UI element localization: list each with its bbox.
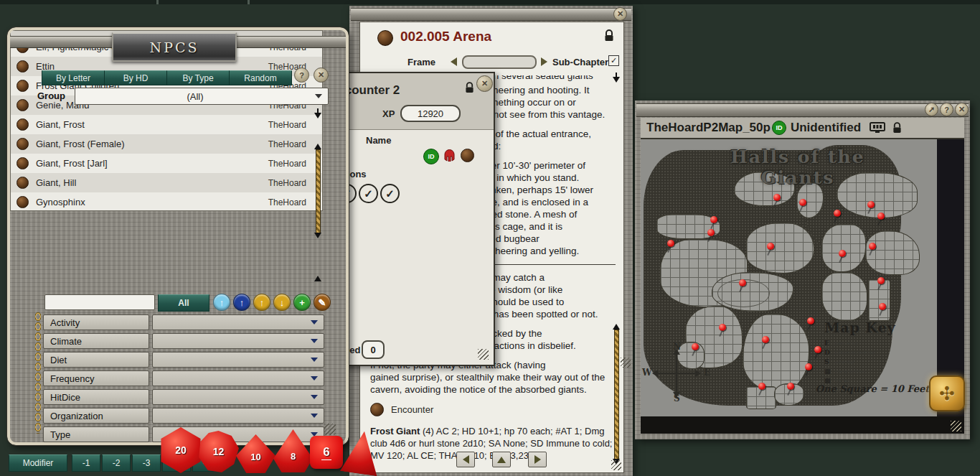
map-pin[interactable]: [814, 346, 821, 353]
map-pin[interactable]: [799, 199, 806, 206]
tab-by-type[interactable]: By Type: [166, 70, 230, 85]
help-icon[interactable]: ?: [294, 67, 309, 83]
story-token-icon[interactable]: [377, 30, 393, 46]
nav-next-button[interactable]: [528, 452, 547, 467]
map-pin[interactable]: [773, 194, 781, 201]
resize-grip[interactable]: [611, 460, 621, 470]
modifier-minus3-button[interactable]: -3: [132, 454, 161, 472]
filter-label-activity[interactable]: Activity: [43, 314, 149, 330]
resize-grip[interactable]: [951, 421, 961, 431]
id-badge-icon[interactable]: ID: [423, 149, 439, 164]
lock-icon[interactable]: [892, 122, 902, 134]
filter-label-climate[interactable]: Climate: [43, 333, 149, 349]
resize-grip[interactable]: [621, 358, 631, 368]
arrow-up-cyan-icon[interactable]: ↑: [213, 294, 230, 311]
map-pin[interactable]: [762, 336, 769, 343]
list-item[interactable]: GynosphinxTheHoard: [11, 192, 322, 211]
map-image[interactable]: Halls of the Giants Map Key Eopens an ex…: [641, 139, 937, 416]
nav-up-button[interactable]: [492, 452, 511, 467]
lock-icon[interactable]: [604, 29, 614, 42]
id-badge-icon[interactable]: ID: [772, 121, 786, 135]
map-pin[interactable]: [877, 213, 885, 220]
resize-grip[interactable]: [478, 349, 489, 360]
search-input[interactable]: [44, 294, 155, 310]
map-pin[interactable]: [867, 201, 875, 208]
map-pin[interactable]: [807, 317, 814, 325]
filter-dropdown-hitdice[interactable]: [152, 389, 324, 405]
map-titlebar[interactable]: TheHoardP2Map_50p ID Unidentified: [641, 118, 964, 139]
filter-dropdown-organization[interactable]: [152, 408, 324, 424]
map-pin[interactable]: [767, 243, 774, 250]
map-pin[interactable]: [739, 279, 746, 286]
scroll-top-icon[interactable]: [314, 113, 321, 118]
map-pin[interactable]: [834, 210, 841, 217]
frame-next-icon[interactable]: [541, 57, 547, 66]
arena-top-rail[interactable]: [351, 8, 631, 21]
filter-dropdown-climate[interactable]: [152, 333, 324, 349]
encounter-link[interactable]: Encounter: [370, 403, 616, 416]
close-icon[interactable]: ✕: [314, 67, 329, 83]
filter-dropdown-frequency[interactable]: [152, 370, 324, 386]
close-icon[interactable]: ✕: [613, 7, 627, 21]
filter-dropdown-diet[interactable]: [152, 352, 324, 368]
map-pin[interactable]: [710, 216, 717, 223]
arrow-up-blue-icon[interactable]: ↑: [233, 294, 250, 311]
map-pin[interactable]: [787, 383, 794, 390]
close-icon[interactable]: ✕: [955, 103, 969, 116]
modifier-minus2-button[interactable]: -2: [102, 454, 131, 472]
tab-by-hd[interactable]: By HD: [104, 70, 167, 85]
map-pin[interactable]: [667, 240, 674, 247]
filter-dropdown-activity[interactable]: [152, 314, 324, 330]
tab-random[interactable]: Random: [229, 70, 292, 85]
list-item[interactable]: Giant, Frost (Female)TheHoard: [11, 134, 322, 154]
helmet-icon[interactable]: [443, 148, 456, 162]
filter-label-diet[interactable]: Diet: [43, 352, 149, 368]
token-icon[interactable]: [461, 149, 474, 162]
close-icon[interactable]: ✕: [476, 75, 493, 92]
help-icon[interactable]: ?: [940, 103, 953, 116]
resize-grip[interactable]: [324, 424, 336, 435]
arrow-down-gold-icon[interactable]: ↓: [273, 294, 291, 311]
scroll-down-icon[interactable]: [314, 233, 321, 238]
weapon-check-toggle[interactable]: ✓: [359, 184, 378, 203]
all-filter-button[interactable]: All: [158, 294, 209, 312]
npcs-window[interactable]: NPCS ? ✕ By Letter By HD By Type Random …: [7, 27, 349, 445]
map-top-rail[interactable]: [636, 103, 969, 117]
filter-label-organization[interactable]: Organization: [43, 408, 149, 424]
scroll-up-icon[interactable]: [613, 324, 620, 330]
list-item[interactable]: Giant, HillTheHoard: [11, 173, 322, 192]
assigned-field[interactable]: 0: [362, 340, 385, 359]
list-item[interactable]: Giant, FrostTheHoard: [11, 115, 322, 134]
scrollbar-rope[interactable]: [614, 330, 619, 460]
d6-die[interactable]: 6: [310, 436, 343, 469]
map-pin[interactable]: [879, 303, 886, 310]
resize-icon[interactable]: ➚: [925, 103, 938, 116]
frame-prev-icon[interactable]: [451, 57, 457, 66]
frame-slider[interactable]: [462, 55, 537, 69]
map-pin[interactable]: [805, 363, 812, 370]
arrow-up-gold-icon[interactable]: ↑: [253, 294, 270, 311]
map-window[interactable]: ➚ ? ✕ TheHoardP2Map_50p ID Unidentified: [635, 101, 970, 439]
scrollbar-rope[interactable]: [316, 149, 321, 233]
map-pin[interactable]: [719, 324, 726, 331]
map-pin[interactable]: [839, 250, 846, 257]
subchapter-checkbox[interactable]: ✓: [608, 55, 619, 66]
edit-icon[interactable]: ✎: [314, 294, 331, 311]
map-pin[interactable]: [707, 229, 715, 236]
tab-by-letter[interactable]: By Letter: [42, 70, 105, 85]
list-item[interactable]: Giant, Frost [Jarl]TheHoard: [11, 154, 322, 173]
lock-icon[interactable]: [465, 82, 474, 94]
map-pin[interactable]: [758, 383, 765, 390]
scroll-end-icon[interactable]: [314, 276, 321, 281]
group-dropdown[interactable]: (All): [75, 88, 329, 105]
radial-menu-button[interactable]: ✣: [929, 375, 965, 411]
filter-label-frequency[interactable]: Frequency: [43, 370, 149, 386]
scroll-top-icon[interactable]: [613, 77, 620, 83]
weapon-check-toggle[interactable]: ✓: [380, 184, 400, 203]
xp-field[interactable]: 12920: [400, 105, 461, 122]
scroll-up-icon[interactable]: [314, 144, 321, 149]
filter-label-hitdice[interactable]: HitDice: [43, 389, 149, 405]
map-pin[interactable]: [869, 243, 876, 250]
map-pin[interactable]: [877, 277, 885, 284]
nav-prev-button[interactable]: [456, 452, 475, 467]
